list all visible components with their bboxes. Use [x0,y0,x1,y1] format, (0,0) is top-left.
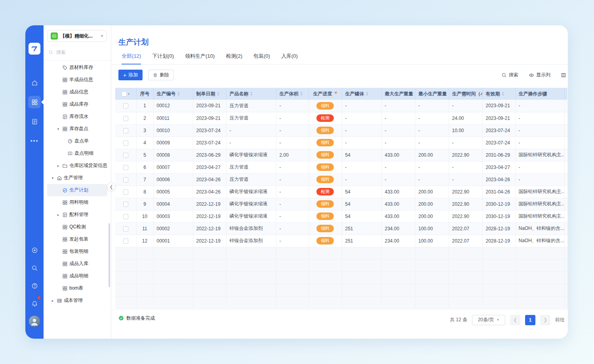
search-icon[interactable] [29,262,40,273]
row-checkbox[interactable] [123,103,128,108]
apps-icon[interactable] [28,96,41,108]
bell-icon[interactable] [29,298,40,309]
sidebar-item-成品库存[interactable]: 成品库存 [47,98,107,110]
row-checkbox[interactable] [123,165,128,170]
column-header-status[interactable]: 生产进度 [308,88,342,100]
page-number[interactable]: 1 [525,315,535,325]
sidebar-item-成品明细[interactable]: 成品明细 [47,270,107,282]
cell-date: 2022-12-19 [193,198,226,210]
sidebar-item-用料明细[interactable]: 用料明细 [47,196,107,209]
sort-icon[interactable] [502,91,504,97]
sidebar-item-仓库区域货架信息[interactable]: ▸仓库区域货架信息 [47,159,107,172]
row-checkbox[interactable] [123,226,128,231]
sidebar-item-半成品信息[interactable]: 半成品信息 [47,74,107,86]
tab-5[interactable]: 入库(0) [281,53,298,64]
delete-button[interactable]: 删除 [148,70,174,80]
page-size-select[interactable]: 20条/页 ▼ [472,315,505,325]
add-button[interactable]: + 添加 [118,70,143,80]
table-row[interactable]: 5000082023-06-29磷化学镀镍浓缩液2.00领料54433.0020… [115,149,567,161]
table-row[interactable]: 1000122023-09-21压力管道-领料----2023-09-21- [115,100,567,112]
sidebar-item-生产管理[interactable]: ▾生产管理 [47,172,107,184]
sidebar-item-配料管理[interactable]: ▸配料管理 [47,209,107,221]
table-row[interactable]: 8000052023-04-26磷化学镀镍浓缩液-检测54433.00200.0… [115,186,567,198]
table-row[interactable]: 11000022022-12-19锌镍合金添加剂-领料251234.00100.… [115,222,567,235]
workspace-selector[interactable]: 【模】精细化... ▼ [48,30,107,42]
sidebar-item-库存流水[interactable]: 库存流水 [47,110,107,123]
cell-status: 领料 [308,173,342,186]
row-checkbox[interactable] [123,239,128,244]
tab-1[interactable]: 下计划(0) [152,53,174,64]
caret-down-icon[interactable]: ▾ [56,127,61,131]
row-checkbox[interactable] [123,177,128,182]
nav-search-input[interactable]: 搜索 [48,48,106,57]
column-header-product[interactable]: 产品名称 [226,88,276,100]
sidebar-item-库存盘点[interactable]: ▾库存盘点 [47,123,107,135]
sidebar-collapse-button[interactable]: ❮ [107,182,116,191]
tab-3[interactable]: 检测(2) [226,53,242,64]
table-row[interactable]: 3000102023-07-24--领料---10.002023-07-24- [115,124,567,136]
column-header-tank[interactable]: 生产罐体 [342,88,381,100]
caret-right-icon[interactable]: ▸ [56,213,61,217]
row-checkbox[interactable] [123,190,128,195]
row-checkbox[interactable] [123,116,128,121]
chevron-down-icon[interactable]: ▾ [128,92,129,96]
row-checkbox[interactable] [123,202,128,207]
row-checkbox[interactable] [123,140,128,146]
filter-icon[interactable] [334,92,337,96]
sidebar-item-QC检测[interactable]: QC检测 [47,221,107,233]
sidebar-item-成本管理[interactable]: ▸成本管理 [47,294,107,307]
sidebar-item-成品入库[interactable]: 成品入库 [47,258,107,270]
sort-icon[interactable] [250,91,253,97]
column-header-expiry[interactable]: 有效期 [482,88,515,100]
column-header-minw[interactable]: 最小生产重量 [415,88,449,100]
app-logo[interactable] [29,43,40,55]
sort-icon[interactable] [300,91,303,97]
more-icon[interactable]: ••• [28,135,41,147]
sidebar-item-生产计划[interactable]: 生产计划 [47,184,107,196]
avatar[interactable] [29,316,40,327]
table-row[interactable]: 12000012022-12-19锌镍合金添加剂-领料251234.00100.… [115,235,567,247]
table-row[interactable]: 4000092023-07-24--领料----2023-07-24- [115,136,567,149]
table-row[interactable]: 6000072023-04-27压力管道-领料----2023-04-27- [115,161,567,173]
column-header-maxw[interactable]: 最大生产重量 [381,88,415,100]
sidebar-item-原材料库存[interactable]: 原材料库存 [47,61,107,74]
column-header-date[interactable]: 制单日期 [193,88,226,100]
nav-scrollbar[interactable] [109,223,110,287]
next-page-button[interactable]: ❯ [540,315,550,325]
sidebar-item-成品信息[interactable]: 成品信息 [47,86,107,98]
caret-right-icon[interactable]: ▸ [56,164,61,168]
empty-cell [276,247,308,259]
sidebar-item-包装明细[interactable]: 包装明细 [47,245,107,258]
tab-4[interactable]: 包装(0) [253,53,270,64]
form-icon[interactable] [28,115,41,128]
column-header-volume[interactable]: 生产体积 [276,88,308,100]
sidebar-item-盘点明细[interactable]: 盘点明细 [47,147,107,159]
sort-icon[interactable] [217,91,219,97]
column-header-cbx[interactable]: ▾ [115,88,136,100]
table-row[interactable]: 9000042022-12-19磷化学镀镍浓缩液-领料54433.00200.0… [115,198,567,210]
caret-down-icon[interactable]: ▾ [50,176,55,180]
sort-icon[interactable] [366,91,368,97]
table-search-button[interactable]: 搜索 [501,72,518,78]
plus-icon[interactable] [29,245,40,256]
row-checkbox[interactable] [123,214,128,219]
row-checkbox[interactable] [123,153,128,158]
sidebar-item-发起包装[interactable]: 发起包装 [47,233,107,245]
select-all-checkbox[interactable] [122,91,127,97]
sidebar-item-bom表[interactable]: bom表 [47,282,107,294]
caret-right-icon[interactable]: ▸ [50,299,55,303]
sort-icon[interactable] [177,91,180,97]
table-row[interactable]: 10000032022-12-19磷化学镀镍浓缩液-领料54433.00200.… [115,210,567,222]
tab-2[interactable]: 领料生产(10) [185,53,215,64]
table-row[interactable]: 7000062023-04-26压力管道-领料----2023-04-26- [115,173,567,186]
help-icon[interactable] [29,280,40,291]
clipped-toolbar-button[interactable] [561,72,568,78]
table-row[interactable]: 2000112023-09-21压力管道-检测---24.002023-09-2… [115,112,567,124]
tab-0[interactable]: 全部(12) [122,53,141,64]
show-columns-button[interactable]: 显示列 [529,72,550,78]
sidebar-item-盘点单[interactable]: 盘点单 [47,135,107,147]
prev-page-button[interactable]: ❮ [510,315,520,325]
row-checkbox[interactable] [123,128,128,133]
column-header-code[interactable]: 生产编号 [153,88,193,100]
home-icon[interactable] [28,76,41,89]
